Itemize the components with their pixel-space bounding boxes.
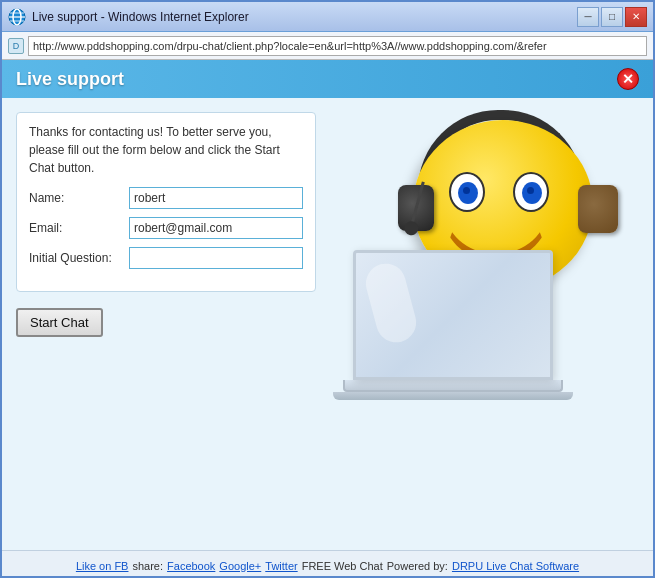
maximize-button[interactable]: □ xyxy=(601,7,623,27)
like-on-fb-link[interactable]: Like on FB xyxy=(76,560,129,572)
right-eye xyxy=(513,172,549,212)
window-controls: ─ □ ✕ xyxy=(577,7,647,27)
minimize-button[interactable]: ─ xyxy=(577,7,599,27)
footer-bar: Like on FB share: Facebook Google+ Twitt… xyxy=(2,550,653,578)
share-label: share: xyxy=(132,560,163,572)
form-area: Thanks for contacting us! To better serv… xyxy=(16,112,316,292)
name-row: Name: xyxy=(29,187,303,209)
main-content: Live support ✕ Thanks for contacting us!… xyxy=(2,60,653,550)
powered-label: Powered by: xyxy=(387,560,448,572)
right-pupil xyxy=(522,182,542,204)
laptop xyxy=(333,250,573,400)
facebook-link[interactable]: Facebook xyxy=(167,560,215,572)
mic-boom xyxy=(410,181,425,225)
browser-window: Live support - Windows Internet Explorer… xyxy=(0,0,655,578)
laptop-base xyxy=(343,380,563,392)
live-support-header: Live support ✕ xyxy=(2,60,653,98)
twitter-link[interactable]: Twitter xyxy=(265,560,297,572)
window-close-button[interactable]: ✕ xyxy=(625,7,647,27)
question-input[interactable] xyxy=(129,247,303,269)
browser-icon xyxy=(8,8,26,26)
left-eye xyxy=(449,172,485,212)
email-row: Email: xyxy=(29,217,303,239)
header-title: Live support xyxy=(16,69,124,90)
mascot-area xyxy=(363,120,623,430)
left-pupil xyxy=(458,182,478,204)
titlebar: Live support - Windows Internet Explorer… xyxy=(2,2,653,32)
question-row: Initial Question: xyxy=(29,247,303,269)
header-close-button[interactable]: ✕ xyxy=(617,68,639,90)
address-bar: D xyxy=(2,32,653,60)
googleplus-link[interactable]: Google+ xyxy=(219,560,261,572)
drpu-link[interactable]: DRPU Live Chat Software xyxy=(452,560,579,572)
email-input[interactable] xyxy=(129,217,303,239)
mic-head xyxy=(403,220,420,237)
free-label: FREE Web Chat xyxy=(302,560,383,572)
right-ear-cup xyxy=(578,185,618,233)
left-ear-cup xyxy=(398,185,434,231)
question-label: Initial Question: xyxy=(29,251,129,265)
name-input[interactable] xyxy=(129,187,303,209)
name-label: Name: xyxy=(29,191,129,205)
start-chat-button[interactable]: Start Chat xyxy=(16,308,103,337)
laptop-foot xyxy=(333,392,573,400)
address-input[interactable] xyxy=(28,36,647,56)
email-label: Email: xyxy=(29,221,129,235)
form-description: Thanks for contacting us! To better serv… xyxy=(29,123,303,177)
security-icon: D xyxy=(8,38,24,54)
laptop-screen xyxy=(353,250,553,380)
window-title: Live support - Windows Internet Explorer xyxy=(32,10,577,24)
